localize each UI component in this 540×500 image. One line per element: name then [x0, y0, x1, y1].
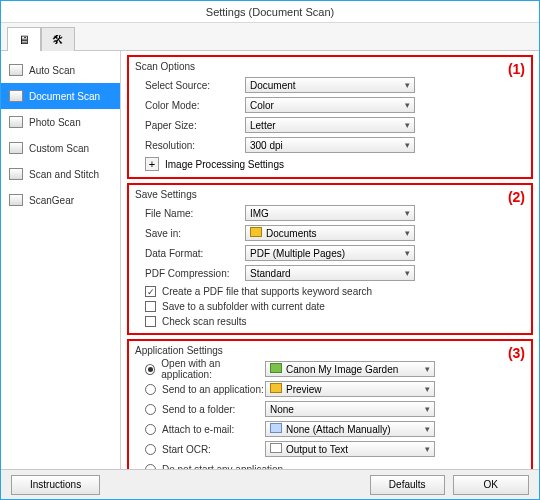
save-in-label: Save in:	[135, 228, 245, 239]
text-icon	[270, 443, 282, 453]
chevron-down-icon: ▾	[405, 80, 410, 90]
title-bar: Settings (Document Scan)	[1, 1, 539, 23]
chevron-down-icon: ▾	[405, 120, 410, 130]
pdf-compression-label: PDF Compression:	[135, 268, 245, 279]
chevron-down-icon: ▾	[405, 248, 410, 258]
tab-scan-from-computer[interactable]: 🖥	[7, 27, 41, 51]
file-name-combo[interactable]: IMG▾	[245, 205, 415, 221]
check-results-checkbox[interactable]	[145, 316, 156, 327]
sidebar-item-scan-and-stitch[interactable]: Scan and Stitch	[1, 161, 120, 187]
open-with-app-radio[interactable]	[145, 364, 155, 375]
send-to-folder-label: Send to a folder:	[162, 404, 235, 415]
page-icon	[9, 168, 23, 180]
sidebar-item-label: Auto Scan	[29, 65, 75, 76]
sidebar-item-label: ScanGear	[29, 195, 74, 206]
chevron-down-icon: ▾	[425, 424, 430, 434]
paper-size-dropdown[interactable]: Letter▾	[245, 117, 415, 133]
do-not-start-radio[interactable]	[145, 464, 156, 470]
check-results-label: Check scan results	[162, 316, 246, 327]
start-ocr-dropdown[interactable]: Output to Text▾	[265, 441, 435, 457]
chevron-down-icon: ▾	[405, 268, 410, 278]
group-save-settings: (2) Save Settings File Name:IMG▾ Save in…	[127, 183, 533, 335]
send-to-folder-radio[interactable]	[145, 404, 156, 415]
chevron-down-icon: ▾	[425, 364, 430, 374]
page-icon	[9, 142, 23, 154]
chevron-down-icon: ▾	[425, 404, 430, 414]
chevron-down-icon: ▾	[405, 208, 410, 218]
color-mode-label: Color Mode:	[135, 100, 245, 111]
save-settings-title: Save Settings	[135, 189, 525, 200]
resolution-dropdown[interactable]: 300 dpi▾	[245, 137, 415, 153]
settings-window: Settings (Document Scan) 🖥 🛠 Auto Scan D…	[0, 0, 540, 500]
save-in-dropdown[interactable]: Documents▾	[245, 225, 415, 241]
chevron-down-icon: ▾	[405, 140, 410, 150]
send-to-app-radio[interactable]	[145, 384, 156, 395]
annotation-1: (1)	[508, 61, 525, 77]
scan-options-title: Scan Options	[135, 61, 525, 72]
sidebar-item-custom-scan[interactable]: Custom Scan	[1, 135, 120, 161]
folder-icon	[250, 227, 262, 237]
subfolder-label: Save to a subfolder with current date	[162, 301, 325, 312]
open-with-app-label: Open with an application:	[161, 358, 265, 380]
page-icon	[9, 90, 23, 102]
page-icon	[9, 64, 23, 76]
chevron-down-icon: ▾	[425, 444, 430, 454]
sidebar-item-label: Document Scan	[29, 91, 100, 102]
sidebar-item-label: Custom Scan	[29, 143, 89, 154]
annotation-2: (2)	[508, 189, 525, 205]
open-with-app-dropdown[interactable]: Canon My Image Garden▾	[265, 361, 435, 377]
start-ocr-label: Start OCR:	[162, 444, 211, 455]
sidebar: Auto Scan Document Scan Photo Scan Custo…	[1, 51, 121, 469]
do-not-start-label: Do not start any application	[162, 464, 283, 470]
image-processing-label: Image Processing Settings	[165, 159, 284, 170]
expand-image-processing-button[interactable]: +	[145, 157, 159, 171]
ok-button[interactable]: OK	[453, 475, 529, 495]
data-format-dropdown[interactable]: PDF (Multiple Pages)▾	[245, 245, 415, 261]
annotation-3: (3)	[508, 345, 525, 361]
instructions-button[interactable]: Instructions	[11, 475, 100, 495]
send-to-app-label: Send to an application:	[162, 384, 264, 395]
send-to-folder-dropdown[interactable]: None▾	[265, 401, 435, 417]
tab-bar: 🖥 🛠	[1, 23, 539, 51]
page-icon	[9, 116, 23, 128]
footer: Instructions Defaults OK	[1, 469, 539, 499]
sidebar-item-photo-scan[interactable]: Photo Scan	[1, 109, 120, 135]
resolution-label: Resolution:	[135, 140, 245, 151]
select-source-label: Select Source:	[135, 80, 245, 91]
chevron-down-icon: ▾	[425, 384, 430, 394]
sidebar-item-label: Photo Scan	[29, 117, 81, 128]
attach-email-dropdown[interactable]: None (Attach Manually)▾	[265, 421, 435, 437]
pdf-compression-dropdown[interactable]: Standard▾	[245, 265, 415, 281]
page-icon	[9, 194, 23, 206]
keyword-search-label: Create a PDF file that supports keyword …	[162, 286, 372, 297]
chevron-down-icon: ▾	[405, 228, 410, 238]
paper-size-label: Paper Size:	[135, 120, 245, 131]
sidebar-item-auto-scan[interactable]: Auto Scan	[1, 57, 120, 83]
tools-icon: 🛠	[52, 33, 64, 47]
window-title: Settings (Document Scan)	[206, 6, 334, 18]
file-name-label: File Name:	[135, 208, 245, 219]
monitor-icon: 🖥	[18, 33, 30, 47]
app-icon	[270, 363, 282, 373]
tab-tools[interactable]: 🛠	[41, 27, 75, 51]
start-ocr-radio[interactable]	[145, 444, 156, 455]
attach-email-radio[interactable]	[145, 424, 156, 435]
keyword-search-checkbox[interactable]: ✓	[145, 286, 156, 297]
group-application-settings: (3) Application Settings Open with an ap…	[127, 339, 533, 469]
chevron-down-icon: ▾	[405, 100, 410, 110]
sidebar-item-label: Scan and Stitch	[29, 169, 99, 180]
sidebar-item-document-scan[interactable]: Document Scan	[1, 83, 120, 109]
select-source-dropdown[interactable]: Document▾	[245, 77, 415, 93]
group-scan-options: (1) Scan Options Select Source:Document▾…	[127, 55, 533, 179]
attach-email-label: Attach to e-mail:	[162, 424, 234, 435]
subfolder-checkbox[interactable]	[145, 301, 156, 312]
defaults-button[interactable]: Defaults	[370, 475, 445, 495]
sidebar-item-scangear[interactable]: ScanGear	[1, 187, 120, 213]
app-icon	[270, 383, 282, 393]
color-mode-dropdown[interactable]: Color▾	[245, 97, 415, 113]
data-format-label: Data Format:	[135, 248, 245, 259]
main-panel: (1) Scan Options Select Source:Document▾…	[121, 51, 539, 469]
mail-icon	[270, 423, 282, 433]
send-to-app-dropdown[interactable]: Preview▾	[265, 381, 435, 397]
application-settings-title: Application Settings	[135, 345, 525, 356]
